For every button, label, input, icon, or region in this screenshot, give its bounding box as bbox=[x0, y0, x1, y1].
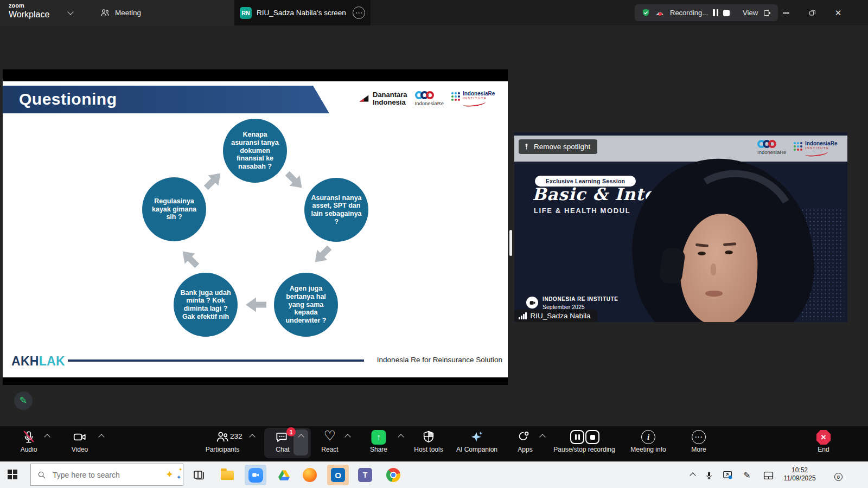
copilot-sparkle-icon: ✦ bbox=[178, 467, 183, 472]
more-button[interactable]: ⋯ bbox=[692, 430, 706, 444]
minimize-icon bbox=[783, 12, 789, 14]
heart-icon: ♡ bbox=[324, 428, 336, 443]
recording-cloud-icon: ☁ bbox=[655, 9, 665, 17]
tray-touchpad-icon[interactable] bbox=[761, 462, 776, 488]
participants-icon bbox=[215, 430, 229, 444]
taskbar-drive-app[interactable] bbox=[276, 467, 291, 483]
cycle-arrow-icon bbox=[282, 168, 308, 194]
info-icon: i bbox=[641, 430, 655, 444]
camera-icon bbox=[529, 299, 536, 306]
institute-logo-small: IndonesiaRe INSTITUTE bbox=[794, 141, 837, 156]
taskbar-teams[interactable]: T bbox=[358, 467, 373, 483]
video-options-chevron[interactable] bbox=[98, 434, 104, 440]
stop-recording-icon[interactable] bbox=[723, 10, 730, 16]
participants-button[interactable] bbox=[215, 430, 229, 446]
footer-tagline: Indonesia Re for Reinsurance Solution bbox=[377, 356, 502, 364]
stop-icon bbox=[585, 430, 599, 444]
footer-divider bbox=[68, 359, 364, 362]
taskbar-outlook[interactable]: O bbox=[330, 467, 346, 483]
view-button-label[interactable]: View bbox=[743, 9, 758, 17]
tab-meeting-label: Meeting bbox=[115, 9, 141, 17]
tray-chevron[interactable] bbox=[686, 462, 699, 488]
spotlight-video-tile[interactable]: Danantara Indonesia IndonesiaRe Indonesi… bbox=[514, 132, 847, 322]
taskbar-chrome[interactable] bbox=[386, 467, 401, 483]
zoom-workplace-logo: zoom Workplace bbox=[9, 3, 49, 19]
pause-recording-icon[interactable] bbox=[713, 9, 718, 16]
meeting-info-button[interactable]: i bbox=[641, 430, 655, 444]
zoom-meeting-window: zoom Workplace Meeting RN RIU_Sadza Nabi… bbox=[0, 0, 868, 488]
diagram-circle: Regulasinya kayak gimana sih ? bbox=[142, 177, 206, 241]
panel-resize-handle[interactable] bbox=[509, 230, 512, 256]
participants-options-chevron[interactable] bbox=[249, 434, 255, 440]
cycle-arrow-icon bbox=[246, 297, 266, 312]
tab-options-icon[interactable]: ⋯ bbox=[353, 7, 365, 19]
tray-time: 10:52 bbox=[776, 466, 824, 474]
diagram-circle: Agen juga bertanya hal yang sama kepada … bbox=[274, 273, 338, 337]
share-screen-icon: ↑ bbox=[372, 430, 386, 445]
indonesiare-logo: IndonesiaRe bbox=[415, 91, 444, 106]
tab-meeting[interactable]: Meeting bbox=[91, 0, 150, 25]
start-button[interactable] bbox=[8, 470, 17, 479]
remove-spotlight-button[interactable]: Remove spotlight bbox=[519, 139, 597, 154]
tray-pen-icon[interactable]: ✎ bbox=[740, 462, 754, 488]
tray-clock[interactable]: 10:52 11/09/2025 bbox=[776, 466, 824, 483]
cycle-arrow-icon bbox=[177, 246, 203, 272]
share-options-chevron[interactable] bbox=[398, 434, 404, 440]
taskbar-search-box[interactable]: ✦ ✦ ✦ bbox=[30, 464, 183, 486]
copilot-sparkle-icon[interactable]: ✦ bbox=[165, 468, 174, 480]
danantara-logo: Danantara Indonesia bbox=[358, 91, 407, 106]
tray-cast-icon[interactable] bbox=[720, 462, 735, 488]
session-subtitle: LIFE & HEALTH MODUL bbox=[534, 207, 630, 215]
share-button[interactable]: ↑ bbox=[372, 430, 386, 445]
tab-shared-screen[interactable]: RN RIU_Sadza Nabila's screen ⋯ bbox=[234, 0, 371, 25]
video-camera-badge bbox=[526, 297, 538, 309]
taskbar-task-view[interactable] bbox=[192, 467, 207, 483]
react-button[interactable]: ♡ bbox=[324, 429, 336, 442]
host-tools-button[interactable] bbox=[422, 430, 436, 446]
chrome-icon bbox=[386, 468, 400, 482]
annotate-button[interactable]: ✎ bbox=[14, 391, 33, 410]
view-layout-icon[interactable] bbox=[763, 9, 771, 17]
institute-swoosh bbox=[462, 99, 486, 107]
end-label: End bbox=[818, 446, 829, 453]
apps-options-chevron[interactable] bbox=[539, 434, 545, 440]
participant-initials-badge: RN bbox=[240, 7, 252, 19]
ai-companion-button[interactable] bbox=[470, 430, 484, 446]
apps-button[interactable] bbox=[518, 430, 531, 446]
video-button[interactable] bbox=[73, 430, 87, 446]
end-x-icon: ✕ bbox=[816, 430, 831, 445]
firefox-icon bbox=[303, 468, 317, 482]
indonesiare-logo-small: IndonesiaRe bbox=[757, 140, 786, 155]
security-shield-icon[interactable] bbox=[641, 8, 650, 17]
shield-icon bbox=[422, 430, 436, 444]
danantara-line1: Danantara bbox=[373, 91, 407, 99]
minimize-button[interactable] bbox=[774, 0, 799, 25]
participant-name: RIU_Sadza Nabila bbox=[531, 312, 591, 320]
search-icon bbox=[37, 471, 46, 479]
search-input[interactable] bbox=[52, 470, 143, 480]
institute-line1: IndonesiaRe bbox=[463, 91, 495, 97]
video-camera-icon bbox=[73, 430, 87, 444]
workspace-dropdown-icon[interactable] bbox=[67, 9, 73, 15]
restore-icon bbox=[809, 9, 816, 16]
pause-recording-button[interactable] bbox=[570, 430, 584, 444]
end-meeting-button[interactable]: ✕ bbox=[816, 430, 831, 445]
stop-recording-button[interactable] bbox=[585, 430, 599, 444]
apps-label: Apps bbox=[518, 446, 532, 453]
audio-options-chevron[interactable] bbox=[44, 434, 50, 440]
diagram-circle: Asuransi nanya asset, SPT dan lain sebag… bbox=[304, 178, 368, 242]
audio-button[interactable] bbox=[22, 430, 36, 446]
apps-icon bbox=[518, 430, 531, 444]
close-button[interactable]: ✕ bbox=[826, 0, 851, 25]
react-options-chevron[interactable] bbox=[344, 434, 350, 440]
meeting-toolbar: Audio Video 232 Participants 1 Chat ♡ Re… bbox=[0, 426, 868, 461]
taskbar-file-explorer[interactable] bbox=[220, 467, 235, 483]
taskbar-zoom-app[interactable] bbox=[248, 467, 263, 483]
restore-button[interactable] bbox=[800, 0, 825, 25]
tray-mic-icon[interactable] bbox=[703, 462, 716, 488]
tray-date: 11/09/2025 bbox=[776, 474, 824, 483]
taskbar-firefox[interactable] bbox=[302, 467, 317, 483]
diagram-circle: Bank juga udah minta ? Kok diminta lagi … bbox=[174, 273, 238, 337]
participants-count: 232 bbox=[230, 432, 242, 440]
share-label: Share bbox=[370, 446, 387, 453]
